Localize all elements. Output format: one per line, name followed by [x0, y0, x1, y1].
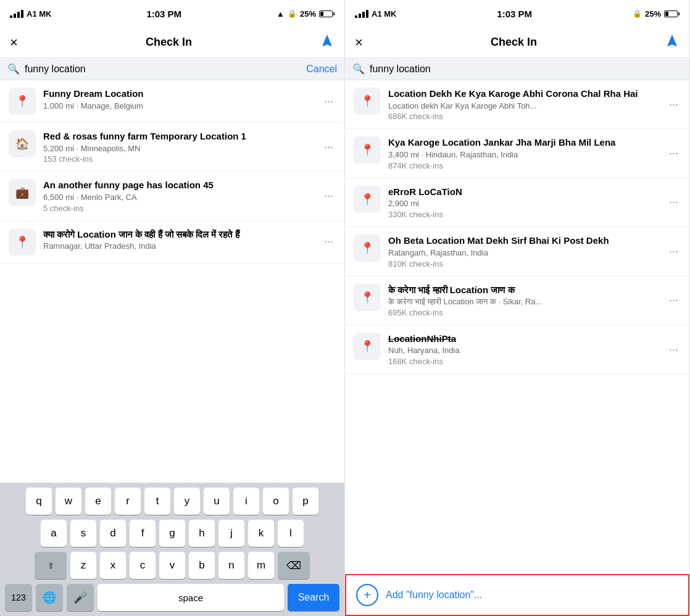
result-icon: 💼	[9, 179, 36, 206]
search-input-left[interactable]	[25, 64, 301, 75]
key-e[interactable]: e	[85, 488, 111, 515]
more-button[interactable]: ···	[667, 244, 681, 259]
key-c[interactable]: c	[130, 552, 156, 579]
list-item[interactable]: 💼 An another funny page has location 45 …	[0, 172, 344, 220]
more-button[interactable]: ···	[322, 94, 336, 109]
key-p[interactable]: p	[293, 488, 318, 515]
more-button[interactable]: ···	[322, 234, 336, 249]
more-button[interactable]: ···	[667, 342, 681, 357]
result-icon: 📍	[354, 333, 381, 360]
more-button[interactable]: ···	[667, 97, 681, 112]
more-button[interactable]: ···	[667, 194, 681, 210]
list-item[interactable]: 🏠 Red & rosas funny farm Temporary Locat…	[0, 123, 344, 172]
key-k[interactable]: k	[248, 520, 274, 547]
key-w[interactable]: w	[56, 488, 81, 515]
key-n[interactable]: n	[218, 552, 244, 579]
header-left: × Check In	[0, 27, 344, 58]
status-right-left: ▲ 🔒 25%	[276, 9, 335, 19]
carrier-right: A1 MK	[372, 9, 396, 19]
result-meta: के करेगा भाई म्हारी Location जान क · Sik…	[388, 297, 659, 307]
result-name: eRroR LoCaTioN	[388, 186, 659, 198]
header-title-left: Check In	[146, 36, 192, 49]
key-a[interactable]: a	[41, 520, 67, 547]
results-list-left: 📍 Funny Dream Location 1,000 mi · Manage…	[0, 80, 344, 483]
space-key[interactable]: space	[98, 584, 284, 611]
list-item[interactable]: 📍 के करेगा भाई म्हारी Location जाण क के …	[345, 277, 689, 325]
numbers-key[interactable]: 123	[5, 584, 32, 611]
time-right: 1:03 PM	[497, 9, 532, 19]
result-name: LocationNhiPta	[388, 333, 659, 345]
key-y[interactable]: y	[174, 488, 200, 515]
status-right-right: 🔒 25%	[633, 9, 680, 19]
key-i[interactable]: i	[233, 488, 259, 515]
result-checkins: 168K check-ins	[388, 357, 659, 366]
carrier-left: A1 MK	[27, 9, 51, 19]
battery-left: 25%	[300, 9, 316, 19]
shift-key[interactable]: ⇧	[35, 552, 67, 579]
keyboard: q w e r t y u i o p a s d f g h j k l ⇧ …	[0, 483, 344, 616]
key-m[interactable]: m	[248, 552, 274, 579]
search-bar-left: 🔍 Cancel	[0, 58, 344, 80]
key-l[interactable]: l	[278, 520, 304, 547]
add-location-button[interactable]: + Add "funny location"...	[345, 574, 689, 616]
key-r[interactable]: r	[115, 488, 141, 515]
battery-right: 25%	[645, 9, 661, 19]
time-left: 1:03 PM	[146, 9, 181, 19]
result-meta: Location dekh Kar Kya Karoge Abhi Toh...	[388, 101, 659, 112]
location-button-right[interactable]	[665, 33, 680, 52]
result-name: Funny Dream Location	[43, 88, 314, 100]
globe-key[interactable]: 🌐	[36, 584, 63, 611]
result-name: Red & rosas funny farm Temporary Locatio…	[43, 130, 314, 143]
header-right: × Check In	[345, 27, 689, 58]
result-meta: 2,900 mi	[388, 199, 659, 209]
key-t[interactable]: t	[144, 488, 170, 515]
list-item[interactable]: 📍 क्या करोगे Location जान के वही हैं जो …	[0, 221, 344, 264]
key-b[interactable]: b	[189, 552, 215, 579]
result-name: क्या करोगे Location जान के वही हैं जो सब…	[43, 228, 314, 241]
key-q[interactable]: q	[26, 488, 52, 515]
key-s[interactable]: s	[70, 520, 96, 547]
lock-icon-right: 🔒	[633, 9, 642, 18]
battery-icon-right	[664, 10, 680, 17]
result-name: Oh Beta Location Mat Dekh Sirf Bhai Ki P…	[388, 235, 659, 247]
list-item[interactable]: 📍 Kya Karoge Location Jankar Jha Marji B…	[345, 129, 689, 178]
left-panel: A1 MK 1:03 PM ▲ 🔒 25% × Check In 🔍 Cance…	[0, 0, 345, 616]
more-button[interactable]: ···	[322, 139, 336, 155]
result-name: Kya Karoge Location Jankar Jha Marji Bha…	[388, 136, 659, 149]
result-name: के करेगा भाई म्हारी Location जाण क	[388, 284, 659, 296]
cancel-button-left[interactable]: Cancel	[306, 64, 337, 75]
key-z[interactable]: z	[70, 552, 96, 579]
search-input-right[interactable]	[370, 64, 682, 75]
key-x[interactable]: x	[100, 552, 126, 579]
keyboard-row-3: ⇧ z x c v b n m ⌫	[2, 552, 342, 579]
list-item[interactable]: 📍 Funny Dream Location 1,000 mi · Manage…	[0, 80, 344, 123]
more-button[interactable]: ···	[322, 188, 336, 204]
more-button[interactable]: ···	[667, 146, 681, 161]
more-button[interactable]: ···	[667, 293, 681, 308]
key-d[interactable]: d	[100, 520, 126, 547]
results-list-right: 📍 Location Dekh Ke Kya Karoge Abhi Coron…	[345, 80, 689, 574]
list-item[interactable]: 📍 Location Dekh Ke Kya Karoge Abhi Coron…	[345, 80, 689, 129]
result-icon: 📍	[354, 284, 381, 311]
key-j[interactable]: j	[218, 520, 244, 547]
close-button-right[interactable]: ×	[355, 35, 363, 51]
status-bar-left: A1 MK 1:03 PM ▲ 🔒 25%	[0, 0, 344, 27]
key-o[interactable]: o	[263, 488, 289, 515]
key-f[interactable]: f	[130, 520, 156, 547]
search-key[interactable]: Search	[288, 584, 339, 611]
key-v[interactable]: v	[159, 552, 185, 579]
keyboard-row-2: a s d f g h j k l	[2, 520, 342, 547]
result-icon: 📍	[354, 235, 381, 262]
mic-key[interactable]: 🎤	[67, 584, 94, 611]
list-item[interactable]: 📍 eRroR LoCaTioN 2,900 mi 330K check-ins…	[345, 178, 689, 227]
list-item[interactable]: 📍 LocationNhiPta Nuh, Haryana, India 168…	[345, 325, 689, 374]
key-h[interactable]: h	[189, 520, 215, 547]
backspace-key[interactable]: ⌫	[278, 552, 310, 579]
key-g[interactable]: g	[159, 520, 185, 547]
result-checkins: 5 check-ins	[43, 204, 314, 213]
result-name: An another funny page has location 45	[43, 179, 314, 191]
location-button-left[interactable]	[320, 33, 335, 52]
close-button-left[interactable]: ×	[10, 35, 18, 51]
key-u[interactable]: u	[204, 488, 230, 515]
list-item[interactable]: 📍 Oh Beta Location Mat Dekh Sirf Bhai Ki…	[345, 227, 689, 276]
